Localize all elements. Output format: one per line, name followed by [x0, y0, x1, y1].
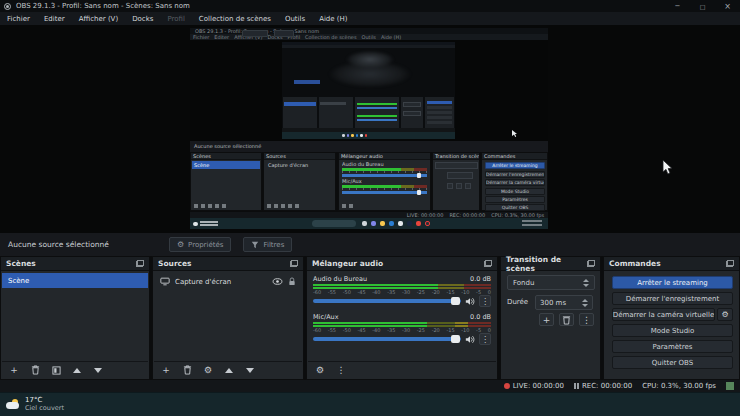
maximize-button[interactable] [690, 0, 715, 12]
lock-icon[interactable] [288, 277, 296, 286]
mixer-menu-button[interactable]: ⋮ [335, 364, 347, 376]
transition-type-dropdown[interactable]: Fondu [507, 275, 595, 290]
duration-label: Durée [507, 298, 528, 306]
volume-slider-handle[interactable] [451, 297, 460, 305]
meter-tick-label: -50 [343, 289, 351, 296]
menu-aide[interactable]: Aide (H) [312, 15, 354, 23]
menu-editer[interactable]: Editer [37, 15, 72, 23]
scenes-toolbar: + [2, 361, 148, 378]
move-scene-down-button[interactable] [92, 364, 104, 376]
start-virtual-camera-button[interactable]: Démarrer la caméra virtuelle [612, 308, 715, 321]
preview-mini-window: OBS 29.1.3 - Profil: Sans nom - Scènes: … [190, 28, 548, 229]
weather-temperature: 17°C [25, 396, 64, 404]
remove-transition-button[interactable] [559, 313, 574, 326]
sources-panel: Sources Capture d'écran + [152, 256, 304, 380]
move-scene-up-button[interactable] [71, 364, 83, 376]
channel-menu-button[interactable]: ⋮ [479, 295, 491, 307]
meter-tick-label: -15 [446, 327, 454, 334]
volume-slider-handle[interactable] [451, 335, 460, 343]
obs-logo-icon [4, 3, 11, 10]
properties-button[interactable]: ⚙ Propriétés [169, 237, 232, 252]
mini2-commands [425, 97, 454, 128]
meter-tick-label: -60 [313, 327, 321, 334]
mini2-taskbar [282, 132, 455, 139]
speaker-icon[interactable] [465, 335, 475, 344]
menu-afficher[interactable]: Afficher (V) [72, 15, 126, 23]
scene-filters-button[interactable] [50, 364, 62, 376]
mini-commands-panel: Commandes Arrêter le streaming Démarrer … [481, 152, 548, 211]
volume-slider[interactable] [313, 337, 461, 341]
settings-button[interactable]: Paramètres [612, 340, 733, 353]
add-transition-button[interactable]: + [539, 313, 554, 326]
speaker-icon[interactable] [465, 297, 475, 306]
volume-slider[interactable] [313, 299, 461, 303]
channel-level: 0.0 dB [470, 275, 491, 284]
meter-tick-label: -30 [402, 289, 410, 296]
preview-mini-window-nested [282, 42, 455, 139]
meter-scale: -60-55-50-45-40-35-30-25-20-15-10-50 [313, 289, 491, 296]
close-button[interactable] [715, 0, 740, 12]
add-scene-button[interactable]: + [8, 364, 20, 376]
menu-collection-scenes[interactable]: Collection de scènes [192, 15, 278, 23]
live-status: LIVE: 00:00:00 [504, 382, 564, 390]
transition-header[interactable]: Transition de scènes [501, 257, 600, 271]
commands-header[interactable]: Commandes [604, 257, 739, 271]
meter-tick-label: -30 [402, 327, 410, 334]
title-bar[interactable]: OBS 29.1.3 - Profil: Sans nom - Scènes: … [0, 0, 740, 12]
move-source-up-button[interactable] [223, 364, 235, 376]
filters-button[interactable]: Filtres [243, 237, 292, 252]
menu-fichier[interactable]: Fichier [0, 15, 37, 23]
no-source-selected-text: Aucune source sélectionné [8, 240, 109, 249]
meter-tick-label: -45 [357, 327, 365, 334]
meter-tick-label: -10 [461, 289, 469, 296]
sources-header[interactable]: Sources [153, 257, 303, 271]
live-indicator-icon [504, 383, 510, 389]
menu-outils[interactable]: Outils [278, 15, 312, 23]
menu-docks[interactable]: Docks [125, 15, 160, 23]
mini2-mixer [355, 97, 399, 128]
mini-filters-button [274, 30, 294, 37]
move-source-down-button[interactable] [244, 364, 256, 376]
cloud-icon [6, 399, 21, 410]
weather-widget[interactable]: 17°C Ciel couvert [6, 396, 64, 412]
captured-cursor [512, 130, 517, 137]
menu-profil[interactable]: Profil [160, 15, 191, 23]
add-source-button[interactable]: + [160, 364, 172, 376]
mixer-header[interactable]: Mélangeur audio [307, 257, 497, 271]
popout-icon[interactable] [290, 260, 298, 267]
stop-streaming-button[interactable]: Arrêter le streaming [612, 276, 733, 289]
remove-source-button[interactable] [181, 364, 193, 376]
start-recording-button[interactable]: Démarrer l'enregistrement [612, 292, 733, 305]
network-status-indicator [726, 382, 734, 390]
dock-area: Scènes Scène + Sources [0, 256, 740, 380]
rec-status: REC: 00:00:00 [574, 382, 632, 390]
quit-obs-button[interactable]: Quitter OBS [612, 356, 733, 369]
scenes-header[interactable]: Scènes [1, 257, 149, 271]
source-properties-button[interactable]: ⚙ [202, 364, 214, 376]
meter-tick-label: -40 [372, 327, 380, 334]
preview-canvas[interactable]: OBS 29.1.3 - Profil: Sans nom - Scènes: … [0, 25, 740, 233]
display-capture-icon [160, 277, 170, 286]
transition-menu-button[interactable]: ⋮ [579, 313, 594, 326]
popout-icon[interactable] [484, 260, 492, 267]
scene-list-item-selected[interactable]: Scène [2, 273, 148, 288]
virtual-camera-settings-button[interactable]: ⚙ [717, 308, 733, 321]
spinner-arrows-icon [582, 299, 588, 307]
gear-icon: ⚙ [177, 241, 184, 249]
advanced-audio-button[interactable]: ⚙ [314, 364, 326, 376]
popout-icon[interactable] [136, 260, 144, 267]
pause-icon[interactable] [574, 383, 579, 389]
channel-name: Audio du Bureau [313, 275, 367, 284]
studio-mode-button[interactable]: Mode Studio [612, 324, 733, 337]
popout-icon[interactable] [726, 260, 734, 267]
popout-icon[interactable] [587, 260, 595, 267]
minimize-button[interactable] [665, 0, 690, 12]
channel-menu-button[interactable]: ⋮ [479, 333, 491, 345]
source-list-item[interactable]: Capture d'écran [154, 274, 302, 289]
duration-spinbox[interactable]: 300 ms [535, 295, 593, 310]
windows-taskbar: 17°C Ciel couvert Rechercher [0, 392, 740, 416]
visibility-eye-icon[interactable] [272, 278, 283, 285]
mini-transition-panel: Transition de scènes [432, 152, 480, 211]
audio-mixer-panel: Mélangeur audio Audio du Bureau 0.0 dB -… [306, 256, 498, 380]
remove-scene-button[interactable] [29, 364, 41, 376]
